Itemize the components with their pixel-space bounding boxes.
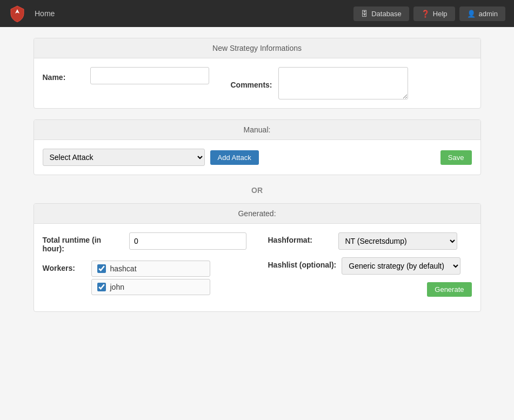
brand-icon xyxy=(9,5,26,22)
select-attack-dropdown[interactable]: Select Attack xyxy=(43,149,205,166)
runtime-label: Total runtime (in hour): xyxy=(43,232,124,253)
navbar: Home 🗄 Database ❓ Help 👤 admin xyxy=(0,0,514,27)
manual-left: Select Attack Add Attack xyxy=(43,149,259,166)
new-strategy-card: New Strategy Informations Name: Comments… xyxy=(34,38,481,109)
manual-actions: Select Attack Add Attack Save xyxy=(43,149,472,166)
workers-label: Workers: xyxy=(43,261,86,272)
worker-john-label: john xyxy=(110,283,124,291)
hashformat-row: Hashformat: NT (Secretsdump) MD5 SHA1 SH… xyxy=(268,232,472,250)
generated-header: Generated: xyxy=(34,204,480,224)
workers-row: Workers: hashcat john xyxy=(43,261,246,295)
hashlist-label: Hashlist (optional): xyxy=(268,257,337,269)
database-button[interactable]: 🗄 Database xyxy=(353,6,409,21)
new-strategy-body: Name: Comments: xyxy=(34,58,480,108)
generated-body: Total runtime (in hour): Workers: hashca… xyxy=(34,224,480,311)
navbar-right: 🗄 Database ❓ Help 👤 admin xyxy=(353,6,505,21)
help-icon: ❓ xyxy=(421,10,430,18)
runtime-row: Total runtime (in hour): xyxy=(43,232,246,253)
add-attack-button[interactable]: Add Attack xyxy=(210,150,259,165)
comments-input[interactable] xyxy=(278,67,408,99)
generated-left: Total runtime (in hour): Workers: hashca… xyxy=(43,232,246,303)
name-group: Name: xyxy=(43,67,209,84)
new-strategy-header: New Strategy Informations xyxy=(34,38,480,58)
hashlist-row: Hashlist (optional): Generic strategy (b… xyxy=(268,257,472,275)
hashformat-select[interactable]: NT (Secretsdump) MD5 SHA1 SHA256 xyxy=(338,232,457,250)
database-icon: 🗄 xyxy=(361,10,368,18)
name-label: Name: xyxy=(43,70,86,82)
comments-group: Comments: xyxy=(231,67,408,99)
generated-card: Generated: Total runtime (in hour): Work… xyxy=(34,203,481,312)
comments-label: Comments: xyxy=(231,77,274,89)
hashformat-label: Hashformat: xyxy=(268,232,333,244)
generated-right: Hashformat: NT (Secretsdump) MD5 SHA1 SH… xyxy=(268,232,472,303)
worker-hashcat: hashcat xyxy=(91,261,210,277)
hashlist-select[interactable]: Generic strategy (by default) xyxy=(342,257,460,275)
home-link[interactable]: Home xyxy=(35,9,55,18)
manual-body: Select Attack Add Attack Save xyxy=(34,140,480,175)
user-icon: 👤 xyxy=(467,10,476,18)
worker-hashcat-label: hashcat xyxy=(110,264,137,273)
generated-grid: Total runtime (in hour): Workers: hashca… xyxy=(43,232,472,303)
worker-john-checkbox[interactable] xyxy=(97,283,106,291)
worker-hashcat-checkbox[interactable] xyxy=(97,264,106,273)
manual-card: Manual: Select Attack Add Attack Save xyxy=(34,119,481,175)
manual-header: Manual: xyxy=(34,120,480,140)
or-divider: OR xyxy=(34,186,481,195)
runtime-input[interactable] xyxy=(129,232,246,250)
generate-row: Generate xyxy=(268,282,472,297)
main-content: New Strategy Informations Name: Comments… xyxy=(25,38,490,312)
save-button[interactable]: Save xyxy=(440,150,472,165)
generate-button[interactable]: Generate xyxy=(427,282,471,297)
brand xyxy=(9,5,26,22)
strategy-info-row: Name: Comments: xyxy=(43,67,472,99)
admin-button[interactable]: 👤 admin xyxy=(459,6,505,21)
help-button[interactable]: ❓ Help xyxy=(413,6,455,21)
worker-john: john xyxy=(91,279,210,295)
workers-list: hashcat john xyxy=(91,261,210,295)
name-input[interactable] xyxy=(90,67,209,84)
navbar-left: Home xyxy=(9,5,55,22)
